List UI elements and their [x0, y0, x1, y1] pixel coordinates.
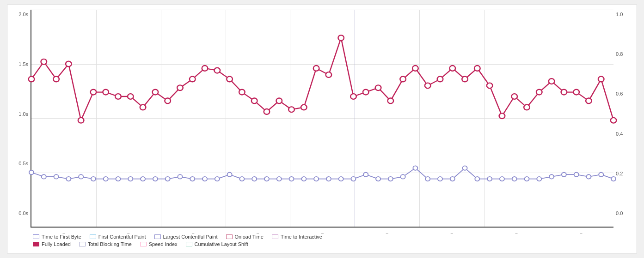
fully-loaded-dots	[29, 35, 617, 123]
svg-point-59	[166, 177, 170, 181]
svg-point-50	[54, 174, 59, 179]
svg-point-39	[511, 94, 517, 99]
svg-point-91	[562, 173, 566, 177]
label-speed-index: Speed Index	[149, 241, 178, 247]
svg-point-34	[449, 66, 455, 71]
svg-point-45	[586, 98, 592, 104]
svg-point-88	[524, 177, 529, 181]
svg-point-70	[301, 177, 306, 181]
svg-point-75	[363, 173, 368, 177]
svg-point-86	[500, 177, 504, 181]
y-label-1s: 1.0s	[18, 112, 28, 117]
x-label-5: –	[386, 231, 388, 236]
legend-fully-loaded: Fully Loaded	[33, 241, 71, 247]
svg-point-73	[339, 177, 343, 181]
svg-point-33	[437, 77, 443, 82]
x-label-3: –	[257, 231, 259, 236]
svg-point-17	[239, 90, 245, 95]
svg-point-23	[313, 66, 319, 71]
swatch-tbt	[79, 242, 86, 246]
svg-point-18	[251, 98, 258, 104]
svg-point-29	[388, 98, 394, 104]
svg-point-76	[376, 177, 380, 181]
svg-point-30	[400, 77, 406, 82]
svg-point-12	[177, 85, 183, 90]
svg-point-54	[104, 177, 108, 181]
legend-row-2: Fully Loaded Total Blocking Time Speed I…	[33, 241, 627, 247]
svg-point-48	[29, 170, 34, 174]
svg-point-79	[413, 166, 417, 170]
svg-point-64	[227, 173, 232, 177]
y-right-08: 0.8	[616, 52, 623, 57]
svg-point-22	[301, 105, 307, 110]
svg-point-15	[215, 68, 221, 73]
svg-point-10	[153, 90, 159, 95]
label-tbt: Total Blocking Time	[88, 241, 132, 247]
svg-point-27	[363, 90, 369, 95]
svg-point-13	[190, 77, 196, 82]
svg-point-6	[103, 90, 109, 95]
svg-point-4	[78, 118, 84, 123]
svg-point-72	[326, 177, 331, 181]
svg-point-82	[450, 177, 455, 181]
svg-point-66	[252, 177, 257, 181]
swatch-speed-index	[140, 242, 147, 246]
svg-point-74	[351, 177, 356, 181]
svg-point-20	[276, 98, 282, 104]
svg-point-57	[141, 177, 145, 181]
svg-point-21	[288, 107, 294, 112]
svg-point-28	[375, 85, 381, 90]
svg-point-85	[487, 177, 492, 181]
svg-point-41	[536, 90, 542, 95]
svg-point-36	[474, 66, 480, 71]
svg-point-83	[463, 166, 467, 170]
svg-point-93	[586, 174, 591, 179]
svg-point-68	[277, 177, 282, 181]
svg-point-67	[264, 177, 269, 181]
svg-point-51	[66, 177, 71, 181]
svg-point-16	[227, 77, 233, 82]
svg-point-5	[91, 90, 97, 95]
y-right-02: 0.2	[616, 171, 623, 176]
y-label-15s: 1.5s	[18, 62, 28, 67]
svg-point-43	[561, 90, 567, 95]
svg-point-78	[401, 174, 405, 179]
svg-point-58	[153, 177, 158, 181]
svg-point-80	[425, 177, 430, 181]
label-cls: Cumulative Layout Shift	[195, 241, 248, 247]
svg-point-42	[549, 78, 555, 84]
svg-point-11	[165, 98, 171, 104]
svg-point-62	[202, 177, 207, 181]
svg-point-44	[573, 90, 579, 95]
svg-point-61	[190, 177, 195, 181]
chart-svg	[31, 10, 613, 227]
x-label-1: –	[127, 231, 129, 236]
svg-point-52	[79, 174, 83, 179]
legend-tbt: Total Blocking Time	[79, 241, 132, 247]
svg-point-40	[524, 105, 530, 110]
svg-point-25	[338, 35, 344, 41]
svg-point-37	[487, 83, 493, 89]
legend-cls: Cumulative Layout Shift	[186, 241, 248, 247]
svg-point-1	[41, 59, 47, 65]
svg-point-65	[239, 177, 244, 181]
legend-speed-index: Speed Index	[140, 241, 178, 247]
svg-point-77	[388, 177, 393, 181]
y-axis-right: 1.0 0.8 0.6 0.4 0.2 0.0	[613, 10, 632, 228]
label-fully-loaded: Fully Loaded	[42, 241, 71, 247]
x-label-2: –	[192, 231, 194, 236]
svg-point-55	[116, 177, 120, 181]
svg-point-31	[412, 66, 418, 71]
svg-point-14	[202, 66, 208, 71]
y-label-0s: 0.0s	[18, 211, 28, 216]
svg-point-56	[128, 177, 133, 181]
svg-point-87	[512, 177, 517, 181]
svg-point-63	[215, 177, 220, 181]
x-axis-labels: – – – – – – – – –	[31, 231, 613, 236]
svg-point-9	[140, 105, 146, 110]
svg-point-90	[549, 174, 554, 179]
svg-point-92	[574, 173, 579, 177]
svg-point-7	[115, 94, 121, 99]
svg-point-71	[314, 177, 319, 181]
chart-area: 2.0s 1.5s 1.0s 0.5s 0.0s	[12, 10, 632, 228]
